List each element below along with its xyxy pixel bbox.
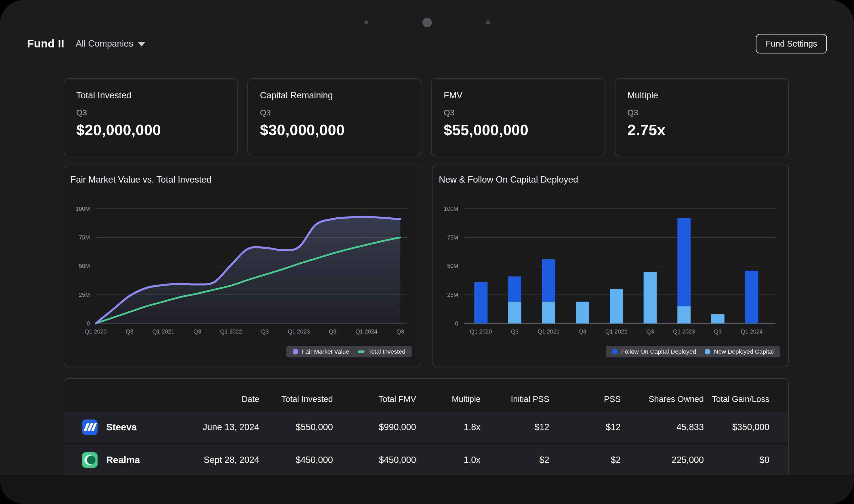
stat-cards-row: Total Invested Q3 $20,000,000 Capital Re… [64, 78, 789, 157]
stat-period: Q3 [76, 108, 225, 117]
col-total-gain-loss: Total Gain/Loss [704, 394, 769, 404]
stat-label: FMV [444, 90, 592, 101]
svg-text:25M: 25M [447, 291, 458, 298]
camera-dot-right-icon [486, 20, 490, 24]
cell-pss: $12 [549, 422, 621, 432]
green-dash-icon [358, 350, 365, 353]
cell-total-invested: $550,000 [259, 422, 333, 432]
svg-text:Q1 2020: Q1 2020 [85, 328, 106, 335]
stat-value: $55,000,000 [444, 121, 592, 139]
stat-value: $30,000,000 [260, 121, 409, 139]
cell-multiple: 1.8x [416, 422, 481, 432]
cell-multiple: 1.0x [416, 455, 481, 465]
device-frame: Fund II All Companies Fund Settings Tota… [0, 0, 854, 504]
stat-value: $20,000,000 [76, 121, 225, 139]
col-date: Date [185, 394, 259, 404]
svg-text:Q3: Q3 [329, 328, 337, 335]
area-chart-legend: Fair Market Value Total Invested [286, 346, 412, 357]
svg-text:25M: 25M [79, 291, 90, 298]
stat-label: Capital Remaining [260, 90, 409, 101]
svg-text:Q1 2022: Q1 2022 [605, 328, 627, 335]
main-content: Total Invested Q3 $20,000,000 Capital Re… [0, 60, 854, 488]
svg-text:Q1 2024: Q1 2024 [740, 328, 763, 335]
stat-card-multiple: Multiple Q3 2.75x [615, 78, 789, 157]
chart-title: Fair Market Value vs. Total Invested [70, 175, 211, 185]
svg-text:0: 0 [455, 320, 458, 327]
company-filter-label: All Companies [76, 38, 133, 49]
svg-text:50M: 50M [447, 263, 458, 269]
area-chart: 025M50M75M100MQ1 2020Q3Q1 2021Q3Q1 2022Q… [64, 188, 420, 362]
svg-text:Q3: Q3 [126, 328, 134, 335]
dark-blue-dot-icon [612, 349, 618, 355]
cell-total-invested: $450,000 [259, 455, 333, 465]
company-filter-dropdown[interactable]: All Companies [76, 38, 145, 49]
fmv-vs-invested-chart-card: Fair Market Value vs. Total Invested 025… [64, 165, 420, 367]
table-row-steeva[interactable]: Steeva June 13, 2024 $550,000 $990,000 1… [64, 412, 788, 443]
svg-text:Q3: Q3 [579, 328, 587, 335]
table-row-realma[interactable]: Realma Sept 28, 2024 $450,000 $450,000 1… [64, 445, 788, 475]
cell-date: June 13, 2024 [185, 422, 259, 432]
company-cell: Steeva [64, 419, 185, 435]
cell-date: Sept 28, 2024 [185, 455, 259, 465]
col-shares-owned: Shares Owned [621, 394, 704, 404]
cell-shares-owned: 225,000 [621, 455, 704, 465]
bar-chart-legend: Follow On Capital Deployed New Deployed … [606, 346, 780, 357]
stacked-bar-chart: 025M50M75M100MQ1 2020Q3Q1 2021Q3Q1 2022Q… [433, 188, 788, 362]
svg-text:Q3: Q3 [511, 328, 519, 335]
portfolio-table: Date Total Invested Total FMV Multiple I… [64, 378, 789, 488]
cell-pss: $2 [549, 455, 621, 465]
svg-text:100M: 100M [76, 205, 90, 212]
stat-label: Total Invested [76, 90, 225, 101]
stat-card-fmv: FMV Q3 $55,000,000 [431, 78, 605, 157]
cell-initial-pss: $2 [481, 455, 549, 465]
stat-period: Q3 [628, 108, 776, 117]
svg-text:Q1 2020: Q1 2020 [470, 328, 492, 335]
cell-total-fmv: $990,000 [333, 422, 416, 432]
camera-dot-center-icon [422, 18, 432, 27]
charts-row: Fair Market Value vs. Total Invested 025… [64, 165, 789, 367]
legend-label: Total Invested [368, 348, 405, 355]
svg-text:Q1 2021: Q1 2021 [153, 328, 174, 335]
svg-text:75M: 75M [447, 234, 458, 241]
svg-text:Q1 2023: Q1 2023 [288, 328, 310, 335]
company-name: Realma [106, 454, 140, 466]
cell-total-gain-loss: $0 [704, 455, 769, 465]
svg-text:0: 0 [87, 320, 90, 327]
table-header-row: Date Total Invested Total FMV Multiple I… [64, 379, 788, 412]
svg-text:Q3: Q3 [261, 328, 269, 335]
legend-item-new-deployed-capital: New Deployed Capital [705, 348, 774, 355]
col-initial-pss: Initial PSS [481, 394, 549, 404]
legend-label: Follow On Capital Deployed [621, 348, 696, 355]
svg-text:Q1 2023: Q1 2023 [673, 328, 695, 335]
company-name: Steeva [106, 422, 137, 433]
svg-text:75M: 75M [79, 234, 90, 241]
realma-logo-icon [82, 452, 98, 468]
svg-text:Q1 2021: Q1 2021 [538, 328, 559, 335]
cell-total-fmv: $450,000 [333, 455, 416, 465]
camera-dot-left-icon [364, 20, 368, 24]
stat-label: Multiple [628, 90, 776, 101]
cell-initial-pss: $12 [481, 422, 549, 432]
steeva-logo-icon [82, 419, 98, 435]
stat-card-capital-remaining: Capital Remaining Q3 $30,000,000 [247, 78, 421, 157]
chart-title: New & Follow On Capital Deployed [439, 175, 578, 185]
cell-shares-owned: 45,833 [621, 422, 704, 432]
stat-period: Q3 [444, 108, 592, 117]
page-title: Fund II [27, 37, 64, 50]
stat-card-total-invested: Total Invested Q3 $20,000,000 [64, 78, 238, 157]
legend-item-follow-on-capital: Follow On Capital Deployed [612, 348, 696, 355]
stat-period: Q3 [260, 108, 409, 117]
svg-text:Q1 2022: Q1 2022 [220, 328, 242, 335]
svg-text:50M: 50M [79, 263, 90, 269]
legend-label: Fair Market Value [302, 348, 349, 355]
stat-value: 2.75x [628, 121, 776, 139]
purple-dot-icon [293, 349, 298, 355]
col-total-fmv: Total FMV [333, 394, 416, 404]
app-header: Fund II All Companies Fund Settings [0, 29, 854, 59]
legend-item-fair-market-value: Fair Market Value [293, 348, 349, 355]
fund-settings-button[interactable]: Fund Settings [756, 34, 827, 53]
bottom-bezel [0, 475, 854, 504]
svg-text:Q3: Q3 [714, 328, 722, 335]
svg-text:Q3: Q3 [397, 328, 404, 335]
svg-text:Q3: Q3 [646, 328, 654, 335]
